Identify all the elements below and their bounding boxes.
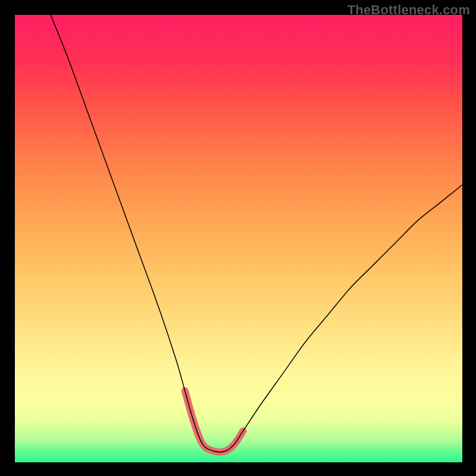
watermark-label: TheBottleneck.com [347,2,470,18]
gradient-plot-area [15,15,462,462]
bottleneck-curve-path [51,15,462,452]
curve-svg [15,15,462,462]
chart-frame: TheBottleneck.com [0,0,476,476]
